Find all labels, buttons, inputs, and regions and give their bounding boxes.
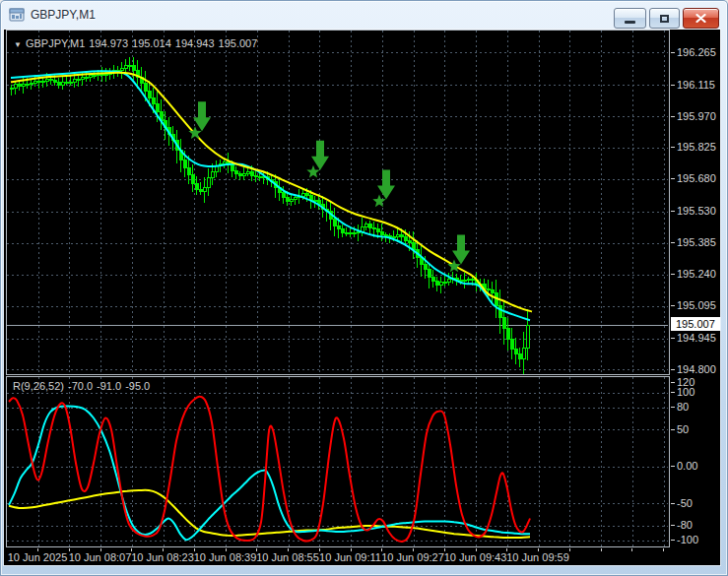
symbol-dropdown-icon[interactable]: ▼	[14, 40, 22, 49]
restore-icon	[660, 15, 669, 23]
oscillator-tick-label: -100	[677, 534, 698, 545]
ohlc-label: ▼GBPJPY,M1194.973195.014194.943195.007	[14, 37, 261, 49]
candles-group	[10, 57, 529, 374]
time-tick	[631, 548, 632, 551]
indicator-name: R(9,26,52)	[13, 380, 64, 392]
price-tick-label: 196.115	[677, 79, 715, 91]
current-price-tag: 195.007	[671, 317, 720, 331]
ohlc-symbol: GBPJPY,M1	[26, 37, 85, 49]
indicator-label: R(9,26,52)-70.0-91.0-95.0	[13, 380, 154, 392]
oscillator-axis[interactable]: 12010080500.00-50-80-100	[670, 376, 720, 547]
oscillator-tick-label: 100	[677, 386, 695, 398]
titlebar[interactable]: GBPJPY,M1	[0, 0, 728, 30]
minimize-button[interactable]	[614, 8, 646, 29]
window-controls	[611, 8, 719, 29]
price-tick-label: 196.265	[677, 46, 716, 58]
price-tick-label: 194.800	[677, 363, 716, 375]
price-axis[interactable]: 195.007 196.265196.115195.970195.825195.…	[670, 30, 720, 375]
oscillator-tick-label: 0.00	[677, 460, 697, 472]
ohlc-high: 195.014	[132, 37, 171, 49]
chart-client-area: ▼GBPJPY,M1194.973195.014194.943195.007 R…	[4, 30, 720, 565]
price-tick-label: 195.385	[677, 236, 716, 248]
close-button[interactable]	[683, 8, 719, 29]
price-chart-pane[interactable]: ▼GBPJPY,M1194.973195.014194.943195.007	[6, 30, 670, 375]
time-label: 10 Jun 09:43	[444, 551, 507, 563]
price-tick-label: 195.680	[677, 172, 716, 184]
signal-star-icon	[372, 195, 385, 208]
oscillator-tick-label: 80	[677, 401, 689, 413]
time-tick	[663, 548, 664, 551]
signal-star-icon	[447, 260, 460, 273]
oscillator-red-line	[9, 397, 530, 542]
time-label: 10 Jun 09:59	[506, 551, 569, 563]
sell-arrow	[306, 141, 329, 178]
time-label: 10 Jun 2025	[8, 551, 68, 563]
time-label: 10 Jun 08:07	[69, 551, 132, 563]
sell-arrow	[447, 235, 470, 273]
ohlc-open: 194.973	[89, 37, 128, 49]
main-grid	[7, 31, 668, 374]
restore-button[interactable]	[649, 8, 680, 29]
oscillator-grid	[7, 377, 668, 546]
price-tick-label: 195.095	[677, 299, 716, 311]
price-tick-label: 195.240	[677, 268, 716, 280]
ma-cyan-line	[11, 71, 530, 320]
time-label: 10 Jun 09:11	[319, 551, 381, 563]
oscillator-pane[interactable]: R(9,26,52)-70.0-91.0-95.0	[6, 376, 670, 547]
candlestick-chart[interactable]	[7, 31, 668, 374]
ohlc-low: 194.943	[175, 37, 215, 49]
close-icon	[695, 14, 706, 23]
minimize-icon	[625, 21, 635, 24]
time-label: 10 Jun 09:27	[381, 551, 444, 563]
price-tick-label: 194.945	[677, 332, 716, 344]
time-tick	[569, 548, 570, 551]
price-tick-label: 195.970	[677, 110, 716, 122]
oscillator-yellow-line	[9, 490, 530, 538]
oscillator-chart[interactable]	[7, 377, 668, 546]
price-tick-label: 195.530	[677, 205, 716, 217]
indicator-value-1: -70.0	[68, 380, 93, 392]
chart-window-icon	[9, 7, 25, 23]
price-tick-label: 195.825	[677, 141, 716, 153]
ohlc-close: 195.007	[219, 37, 258, 49]
sell-arrow	[188, 101, 211, 139]
sell-arrow	[372, 170, 395, 208]
oscillator-tick-label: 50	[677, 423, 689, 435]
chart-window: GBPJPY,M1 ▼GBPJPY,M1194.973195.014194.94…	[0, 0, 728, 576]
time-label: 10 Jun 08:23	[131, 551, 194, 563]
signal-star-icon	[306, 165, 319, 178]
indicator-value-3: -95.0	[125, 380, 150, 392]
window-title: GBPJPY,M1	[31, 8, 96, 22]
time-axis[interactable]: 10 Jun 202510 Jun 08:0710 Jun 08:2310 Ju…	[6, 548, 720, 565]
time-label: 10 Jun 08:55	[256, 551, 319, 563]
ma-yellow-line	[11, 73, 532, 312]
time-label: 10 Jun 08:39	[194, 551, 257, 563]
time-tick	[601, 548, 602, 551]
oscillator-tick-label: -80	[677, 519, 693, 531]
indicator-value-2: -91.0	[97, 380, 121, 392]
oscillator-tick-label: -50	[677, 497, 693, 509]
